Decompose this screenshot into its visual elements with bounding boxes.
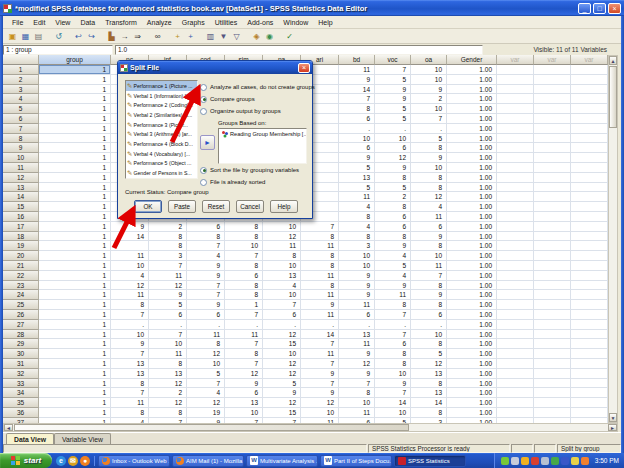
- table-cell[interactable]: [497, 114, 534, 124]
- table-cell[interactable]: 7: [149, 261, 187, 271]
- table-cell[interactable]: [534, 114, 571, 124]
- table-cell[interactable]: 7: [225, 310, 263, 320]
- table-cell[interactable]: 4: [339, 222, 375, 232]
- table-cell[interactable]: 5: [411, 134, 447, 144]
- table-cell[interactable]: [497, 134, 534, 144]
- insert-variable-icon[interactable]: +: [184, 30, 197, 43]
- table-cell[interactable]: 11: [411, 212, 447, 222]
- table-cell[interactable]: 12: [263, 232, 301, 242]
- table-cell[interactable]: 11: [149, 271, 187, 281]
- table-cell[interactable]: .: [375, 124, 411, 134]
- table-cell[interactable]: 11: [263, 241, 301, 251]
- table-cell[interactable]: [497, 339, 534, 349]
- row-header[interactable]: 8: [3, 134, 39, 144]
- table-cell[interactable]: [497, 65, 534, 75]
- variable-list-item[interactable]: ✎Performance 3 (Pictur...: [126, 120, 197, 130]
- groups-based-on-item[interactable]: Reading Group Membership [...: [219, 129, 306, 139]
- row-header[interactable]: 6: [3, 114, 39, 124]
- taskbar-button-0[interactable]: Inbox - Outlook Web ...: [98, 455, 170, 467]
- table-cell[interactable]: 1.00: [447, 339, 497, 349]
- table-cell[interactable]: 11: [301, 271, 339, 281]
- table-cell[interactable]: 10: [411, 65, 447, 75]
- table-cell[interactable]: .: [411, 124, 447, 134]
- menu-data[interactable]: Data: [75, 19, 100, 26]
- row-header[interactable]: 1: [3, 65, 39, 75]
- table-cell[interactable]: [571, 65, 608, 75]
- row-header[interactable]: 29: [3, 339, 39, 349]
- table-cell[interactable]: 8: [225, 349, 263, 359]
- table-cell[interactable]: [571, 300, 608, 310]
- table-cell[interactable]: 1.00: [447, 271, 497, 281]
- table-cell[interactable]: 8: [375, 232, 411, 242]
- table-cell[interactable]: 7: [225, 251, 263, 261]
- table-cell[interactable]: 1: [39, 290, 111, 300]
- table-cell[interactable]: [497, 379, 534, 389]
- table-cell[interactable]: 9: [411, 232, 447, 242]
- table-cell[interactable]: .: [187, 320, 225, 330]
- table-cell[interactable]: 8: [339, 212, 375, 222]
- menu-addons[interactable]: Add-ons: [242, 19, 278, 26]
- table-cell[interactable]: 9: [375, 85, 411, 95]
- table-cell[interactable]: [571, 173, 608, 183]
- firefox-icon[interactable]: ●: [80, 456, 90, 466]
- table-cell[interactable]: 4: [375, 251, 411, 261]
- table-cell[interactable]: 2: [375, 192, 411, 202]
- table-cell[interactable]: [534, 232, 571, 242]
- goto-variable-icon[interactable]: ⇒: [131, 30, 144, 43]
- goto-case-icon[interactable]: →: [118, 30, 131, 43]
- table-cell[interactable]: 8: [111, 379, 149, 389]
- table-cell[interactable]: 8: [225, 290, 263, 300]
- ie-icon[interactable]: e: [56, 456, 66, 466]
- table-cell[interactable]: 12: [263, 398, 301, 408]
- table-cell[interactable]: [571, 310, 608, 320]
- table-cell[interactable]: 12: [187, 349, 225, 359]
- table-cell[interactable]: .: [263, 320, 301, 330]
- tray-volume-icon[interactable]: [581, 457, 589, 465]
- table-cell[interactable]: 6: [411, 310, 447, 320]
- insert-cases-icon[interactable]: +: [171, 30, 184, 43]
- row-header[interactable]: 16: [3, 212, 39, 222]
- radio-sort-option-1[interactable]: File is already sorted: [200, 176, 299, 188]
- table-cell[interactable]: [571, 251, 608, 261]
- table-cell[interactable]: 7: [187, 281, 225, 291]
- goto-chart-icon[interactable]: ▙: [105, 30, 118, 43]
- table-cell[interactable]: 10: [187, 359, 225, 369]
- print-icon[interactable]: ▤: [32, 30, 45, 43]
- menu-transform[interactable]: Transform: [100, 19, 142, 26]
- table-cell[interactable]: 14: [411, 398, 447, 408]
- table-cell[interactable]: 8: [339, 104, 375, 114]
- table-cell[interactable]: [571, 85, 608, 95]
- table-cell[interactable]: 10: [111, 261, 149, 271]
- table-cell[interactable]: 7: [187, 241, 225, 251]
- table-cell[interactable]: 9: [111, 222, 149, 232]
- table-cell[interactable]: 8: [225, 222, 263, 232]
- table-cell[interactable]: 1: [39, 379, 111, 389]
- cancel-button[interactable]: Cancel: [236, 200, 264, 213]
- table-cell[interactable]: 1: [39, 192, 111, 202]
- redo-icon[interactable]: ↪: [85, 30, 98, 43]
- table-cell[interactable]: 1: [39, 104, 111, 114]
- menu-help[interactable]: Help: [313, 19, 337, 26]
- table-cell[interactable]: 12: [149, 379, 187, 389]
- table-cell[interactable]: 10: [339, 261, 375, 271]
- table-cell[interactable]: [534, 241, 571, 251]
- table-cell[interactable]: 5: [263, 379, 301, 389]
- table-cell[interactable]: [534, 124, 571, 134]
- row-header[interactable]: 4: [3, 94, 39, 104]
- table-cell[interactable]: 11: [301, 310, 339, 320]
- table-cell[interactable]: 1: [39, 94, 111, 104]
- table-cell[interactable]: 6: [375, 222, 411, 232]
- table-cell[interactable]: 13: [111, 369, 149, 379]
- table-cell[interactable]: [534, 271, 571, 281]
- table-cell[interactable]: [571, 163, 608, 173]
- taskbar-button-1[interactable]: AIM Mail (1) - Mozilla ...: [172, 455, 244, 467]
- table-cell[interactable]: 12: [225, 369, 263, 379]
- table-cell[interactable]: [497, 183, 534, 193]
- table-cell[interactable]: [534, 85, 571, 95]
- table-cell[interactable]: 1: [39, 300, 111, 310]
- table-cell[interactable]: [534, 310, 571, 320]
- table-cell[interactable]: [534, 202, 571, 212]
- scroll-up-button[interactable]: ▲: [609, 56, 617, 65]
- row-header[interactable]: 33: [3, 379, 39, 389]
- table-cell[interactable]: 13: [225, 398, 263, 408]
